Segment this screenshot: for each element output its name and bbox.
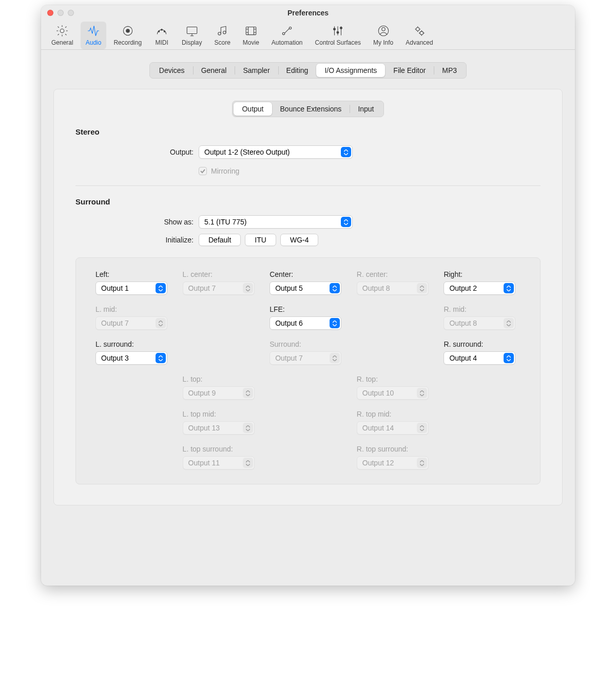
surround-heading: Surround — [75, 197, 541, 206]
svg-point-8 — [223, 31, 226, 34]
chevron-updown-icon — [341, 147, 351, 157]
center-popup[interactable]: Output 5 — [270, 282, 341, 295]
toolbar-label: Advanced — [406, 39, 433, 46]
cell-r-top: R. top:Output 10 — [357, 375, 434, 400]
show-as-popup[interactable]: 5.1 (ITU 775) — [199, 215, 353, 229]
r-surround-label: R. surround: — [444, 340, 521, 348]
body: DevicesGeneralSamplerEditingI/O Assignme… — [41, 50, 575, 586]
init-itu-button[interactable]: ITU — [245, 234, 276, 246]
lfe-popup[interactable]: Output 6 — [270, 316, 341, 330]
chevron-updown-icon — [330, 283, 340, 293]
chevron-updown-icon — [243, 423, 253, 433]
toolbar-advanced[interactable]: Advanced — [400, 22, 438, 49]
recording-icon — [121, 24, 135, 38]
l-top-surround-label: L. top surround: — [183, 445, 260, 453]
r-center-popup: Output 8 — [357, 282, 429, 295]
chevron-updown-icon — [156, 353, 166, 363]
svg-point-11 — [290, 27, 292, 29]
chevron-updown-icon — [156, 318, 166, 328]
checkbox-icon — [199, 167, 207, 175]
score-icon — [215, 24, 229, 38]
l-surround-popup[interactable]: Output 3 — [95, 351, 167, 365]
r-surround-popup[interactable]: Output 4 — [444, 351, 515, 365]
toolbar-audio[interactable]: Audio — [81, 22, 107, 49]
surround-grid: Left:Output 1L. center:Output 7Center:Ou… — [95, 270, 521, 470]
toolbar-label: Audio — [86, 39, 102, 46]
tab-output[interactable]: Output — [234, 102, 272, 116]
chevron-updown-icon — [156, 283, 166, 293]
control_surfaces-icon — [331, 24, 345, 38]
tab-general[interactable]: General — [193, 64, 235, 77]
r-top-mid-popup: Output 14 — [357, 421, 429, 435]
cell-l-top: L. top:Output 9 — [183, 375, 260, 400]
toolbar-score[interactable]: Score — [209, 22, 235, 49]
cell-r-top-mid: R. top mid:Output 14 — [357, 410, 434, 435]
cell-r-mid: R. mid:Output 8 — [444, 305, 521, 330]
output-label: Output: — [75, 148, 199, 156]
tab-editing[interactable]: Editing — [278, 64, 317, 77]
cell-l-top-mid: L. top mid:Output 13 — [183, 410, 260, 435]
svg-point-4 — [158, 31, 160, 32]
center-label: Center: — [270, 270, 346, 278]
toolbar-movie[interactable]: Movie — [238, 22, 264, 49]
r-mid-popup: Output 8 — [444, 316, 515, 330]
toolbar-general[interactable]: General — [46, 22, 79, 49]
r-top-surround-popup: Output 12 — [357, 456, 429, 470]
movie-icon — [244, 24, 258, 38]
window-title: Preferences — [41, 9, 575, 17]
tab-sampler[interactable]: Sampler — [235, 64, 278, 77]
svg-rect-9 — [246, 27, 256, 34]
toolbar-label: General — [51, 39, 73, 46]
tab-file-editor[interactable]: File Editor — [385, 64, 434, 77]
tab-bounce-extensions[interactable]: Bounce Extensions — [272, 102, 350, 116]
toolbar-midi[interactable]: MIDI — [149, 22, 175, 49]
tab-devices[interactable]: Devices — [151, 64, 193, 77]
l-top-surround-popup: Output 11 — [183, 456, 255, 470]
chevron-updown-icon — [417, 283, 427, 293]
right-popup[interactable]: Output 2 — [444, 282, 515, 295]
cell-lfe: LFE:Output 6 — [270, 305, 346, 330]
toolbar-label: Score — [214, 39, 230, 46]
svg-point-0 — [61, 29, 65, 33]
toolbar-label: Recording — [113, 39, 142, 46]
toolbar-label: MIDI — [155, 39, 168, 46]
cell-l-center: L. center:Output 7 — [183, 270, 260, 295]
toolbar-label: Automation — [272, 39, 303, 46]
tab-input[interactable]: Input — [350, 102, 382, 116]
svg-point-13 — [337, 31, 339, 33]
r-top-surround-label: R. top surround: — [357, 445, 434, 453]
toolbar-recording[interactable]: Recording — [108, 22, 147, 49]
chevron-updown-icon — [243, 388, 253, 398]
cell-l-top-surround: L. top surround:Output 11 — [183, 445, 260, 470]
r-mid-label: R. mid: — [444, 305, 521, 313]
toolbar-display[interactable]: Display — [177, 22, 207, 49]
tab-mp3[interactable]: MP3 — [434, 64, 465, 77]
chevron-updown-icon — [417, 458, 427, 468]
svg-point-2 — [126, 29, 130, 33]
r-top-label: R. top: — [357, 375, 434, 383]
chevron-updown-icon — [243, 283, 253, 293]
toolbar-automation[interactable]: Automation — [266, 22, 308, 49]
toolbar-control_surfaces[interactable]: Control Surfaces — [310, 22, 366, 49]
chevron-updown-icon — [504, 318, 514, 328]
left-label: Left: — [95, 270, 172, 278]
l-top-label: L. top: — [183, 375, 260, 383]
init-wg-4-button[interactable]: WG-4 — [280, 234, 319, 246]
surround-popup: Output 7 — [270, 351, 341, 365]
chevron-updown-icon — [243, 458, 253, 468]
svg-point-3 — [161, 29, 163, 31]
left-popup[interactable]: Output 1 — [95, 282, 167, 295]
cell-r-surround: R. surround:Output 4 — [444, 340, 521, 365]
r-top-popup: Output 10 — [357, 386, 429, 400]
cell-r-top-surround: R. top surround:Output 12 — [357, 445, 434, 470]
toolbar-label: Movie — [243, 39, 259, 46]
stereo-output-popup[interactable]: Output 1-2 (Stereo Output) — [199, 145, 353, 159]
cell-l-mid: L. mid:Output 7 — [95, 305, 172, 330]
init-default-button[interactable]: Default — [199, 234, 241, 246]
svg-point-10 — [283, 32, 285, 34]
toolbar-my_info[interactable]: My Info — [368, 22, 398, 49]
display-icon — [185, 24, 199, 38]
l-mid-popup: Output 7 — [95, 316, 167, 330]
tab-i-o-assignments[interactable]: I/O Assignments — [316, 64, 385, 77]
svg-point-14 — [340, 27, 342, 29]
